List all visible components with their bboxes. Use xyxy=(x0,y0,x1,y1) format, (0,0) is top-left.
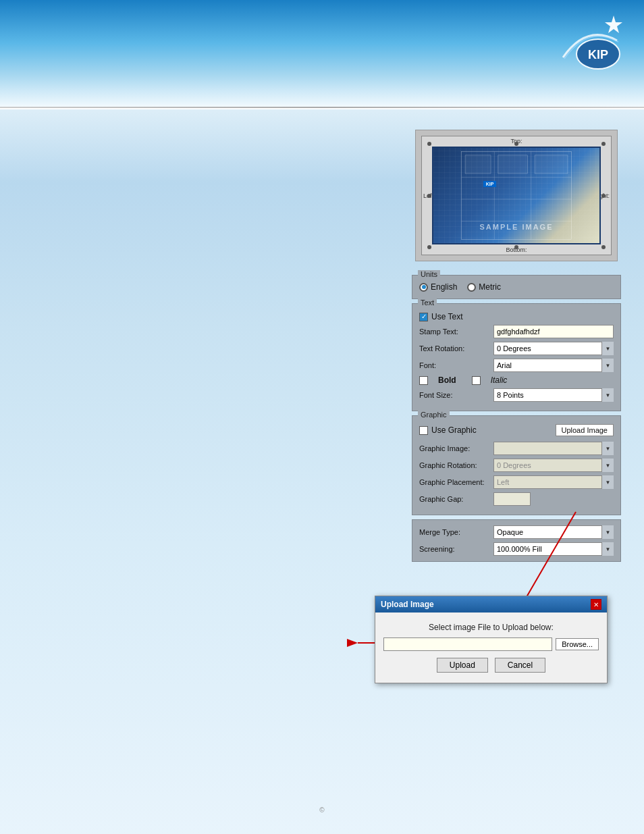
header: KIP xyxy=(0,0,644,108)
graphic-rotation-wrapper: 0 Degrees ▼ xyxy=(493,459,614,472)
preview-panel: Top: Bottom: Left: Right: xyxy=(415,130,618,261)
stamp-text-row: Stamp Text: xyxy=(419,325,614,338)
graphic-image-wrapper: ▼ xyxy=(493,442,614,455)
font-size-select[interactable]: 8 Points xyxy=(493,388,614,402)
dialog-buttons: Upload Cancel xyxy=(383,658,599,673)
bold-label: Bold xyxy=(438,375,456,385)
svg-text:KIP: KIP xyxy=(588,48,608,61)
graphic-rotation-select[interactable]: 0 Degrees xyxy=(493,459,614,472)
dialog-browse-button[interactable]: Browse... xyxy=(556,638,599,650)
use-graphic-group: Use Graphic xyxy=(419,425,477,435)
font-select[interactable]: Arial xyxy=(493,359,614,372)
blueprint-watermark: KIP xyxy=(483,181,497,187)
dialog-close-button[interactable]: ✕ xyxy=(591,599,601,610)
english-label: English xyxy=(431,282,457,292)
graphic-rotation-label: Graphic Rotation: xyxy=(419,461,493,469)
graphic-image-row: Graphic Image: ▼ xyxy=(419,442,614,455)
use-text-row: Use Text xyxy=(419,312,614,321)
graphic-rotation-row: Graphic Rotation: 0 Degrees ▼ xyxy=(419,459,614,472)
italic-checkbox[interactable] xyxy=(472,376,481,385)
font-size-label: Font Size: xyxy=(419,391,493,399)
corner-dot-br xyxy=(601,245,606,249)
edge-dot-bottom xyxy=(514,245,518,249)
font-row: Font: Arial ▼ xyxy=(419,359,614,372)
upload-dialog: Upload Image ✕ Select image File to Uplo… xyxy=(375,596,608,683)
main-content: Top: Bottom: Left: Right: xyxy=(0,109,644,834)
font-size-row: Font Size: 8 Points ▼ xyxy=(419,388,614,402)
stamp-text-input[interactable] xyxy=(493,325,614,338)
use-text-label: Use Text xyxy=(431,312,462,321)
font-label: Font: xyxy=(419,361,493,369)
settings-area: Units English Metric Text Use Text xyxy=(412,275,621,566)
bold-checkbox[interactable] xyxy=(419,376,428,385)
text-rotation-label: Text Rotation: xyxy=(419,344,493,353)
graphic-placement-select[interactable]: Left xyxy=(493,475,614,489)
graphic-image-label: Graphic Image: xyxy=(419,444,493,452)
units-panel: Units English Metric xyxy=(412,275,621,299)
dialog-file-row: Browse... xyxy=(383,637,599,651)
graphic-placement-label: Graphic Placement: xyxy=(419,478,493,486)
graphic-gap-input[interactable] xyxy=(493,492,531,506)
text-rotation-row: Text Rotation: 0 Degrees ▼ xyxy=(419,342,614,355)
dialog-instruction: Select image File to Upload below: xyxy=(383,623,599,632)
stamp-text-label: Stamp Text: xyxy=(419,328,493,336)
merge-type-label: Merge Type: xyxy=(419,528,493,536)
preview-blueprint: KIP SAMPLE IMAGE xyxy=(432,147,601,244)
dialog-cancel-button[interactable]: Cancel xyxy=(495,658,545,673)
graphic-placement-row: Graphic Placement: Left ▼ xyxy=(419,475,614,489)
svg-rect-11 xyxy=(535,155,568,174)
bold-italic-row: Bold Italic xyxy=(419,375,614,385)
copyright: © xyxy=(319,806,324,814)
screening-wrapper: 100.000% Fill ▼ xyxy=(493,542,614,556)
edge-dot-top xyxy=(514,142,518,146)
graphic-panel: Graphic Use Graphic Upload Image Graphic… xyxy=(412,415,621,515)
merge-type-wrapper: Opaque ▼ xyxy=(493,525,614,539)
font-size-wrapper: 8 Points ▼ xyxy=(493,388,614,402)
dialog-body: Select image File to Upload below: Brows… xyxy=(375,613,607,683)
upload-image-button[interactable]: Upload Image xyxy=(556,424,614,436)
font-wrapper: Arial ▼ xyxy=(493,359,614,372)
use-graphic-label: Use Graphic xyxy=(431,425,477,435)
dialog-titlebar: Upload Image ✕ xyxy=(375,596,607,613)
merge-type-row: Merge Type: Opaque ▼ xyxy=(419,525,614,539)
use-graphic-checkbox[interactable] xyxy=(419,426,428,435)
corner-dot-tl xyxy=(427,142,431,146)
preview-inner: Top: Bottom: Left: Right: xyxy=(421,136,612,255)
english-radio[interactable] xyxy=(419,283,428,292)
edge-dot-left xyxy=(427,194,431,198)
merge-type-select[interactable]: Opaque xyxy=(493,525,614,539)
header-divider xyxy=(0,107,644,108)
text-legend: Text xyxy=(418,298,437,307)
metric-radio-group[interactable]: Metric xyxy=(467,282,501,292)
graphic-image-select[interactable] xyxy=(493,442,614,455)
graphic-placement-wrapper: Left ▼ xyxy=(493,475,614,489)
svg-rect-9 xyxy=(465,155,491,174)
units-legend: Units xyxy=(418,270,440,278)
screening-row: Screening: 100.000% Fill ▼ xyxy=(419,542,614,556)
svg-rect-10 xyxy=(498,155,527,174)
english-radio-group[interactable]: English xyxy=(419,282,457,292)
italic-label: Italic xyxy=(491,375,508,385)
sample-image-text: SAMPLE IMAGE xyxy=(480,223,554,231)
metric-radio[interactable] xyxy=(467,283,476,292)
screening-label: Screening: xyxy=(419,545,493,553)
logo-area: KIP xyxy=(549,10,630,80)
corner-dot-tr xyxy=(601,142,606,146)
graphic-header-row: Use Graphic Upload Image xyxy=(419,424,614,436)
text-panel: Text Use Text Stamp Text: Text Rotation:… xyxy=(412,303,621,411)
graphic-legend: Graphic xyxy=(418,411,450,419)
merge-panel: Merge Type: Opaque ▼ Screening: 100.000%… xyxy=(412,519,621,562)
kip-logo-icon: KIP xyxy=(549,10,630,78)
corner-dot-bl xyxy=(427,245,431,249)
screening-select[interactable]: 100.000% Fill xyxy=(493,542,614,556)
edge-dot-right xyxy=(601,194,606,198)
dialog-title: Upload Image xyxy=(381,600,434,609)
metric-label: Metric xyxy=(479,282,501,292)
graphic-gap-label: Graphic Gap: xyxy=(419,495,493,503)
text-rotation-select[interactable]: 0 Degrees xyxy=(493,342,614,355)
svg-marker-0 xyxy=(605,16,622,33)
dialog-file-input[interactable] xyxy=(383,637,552,651)
graphic-gap-row: Graphic Gap: xyxy=(419,492,614,506)
use-text-checkbox[interactable] xyxy=(419,313,428,321)
dialog-upload-button[interactable]: Upload xyxy=(437,658,488,673)
